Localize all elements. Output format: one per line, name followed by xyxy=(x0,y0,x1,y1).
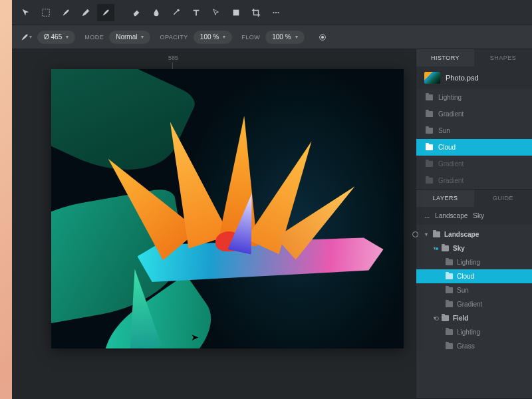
layer-item[interactable]: Lighting xyxy=(416,325,532,339)
mode-value: Normal xyxy=(116,33,137,41)
pointer-tool-icon[interactable] xyxy=(207,4,225,21)
svg-point-2 xyxy=(273,11,274,13)
tree-node-dot-icon xyxy=(435,317,439,321)
folder-icon xyxy=(426,144,433,150)
history-item[interactable]: Gradient xyxy=(416,156,532,172)
folder-icon xyxy=(446,301,453,307)
main-toolbar xyxy=(12,0,532,25)
history-list: Lighting Gradient Sun Cloud Gradient Gra… xyxy=(416,89,532,189)
layer-tree: ▾Landscape ▾Sky Lighting Cloud Sun Gradi… xyxy=(416,225,532,356)
svg-point-4 xyxy=(277,11,279,13)
work-area: 585 ➤ HISTORY SHAPES Photo.psd xyxy=(12,49,532,399)
flow-control[interactable]: 100 %▾ xyxy=(265,31,304,44)
paint-tool-icon[interactable] xyxy=(97,4,114,21)
ruler-mark: 585 xyxy=(168,55,178,61)
folder-icon xyxy=(433,231,440,237)
folder-icon xyxy=(426,128,433,134)
folder-icon xyxy=(446,287,453,293)
breadcrumb-root[interactable]: ... xyxy=(424,212,430,219)
eraser-tool-icon[interactable] xyxy=(128,4,145,21)
layer-group-field[interactable]: ▾Field xyxy=(416,311,532,325)
breadcrumb-part[interactable]: Sky xyxy=(473,212,484,219)
tab-guide[interactable]: GUIDE xyxy=(474,190,532,207)
eyedropper-tool-icon[interactable] xyxy=(168,4,185,21)
history-panel: HISTORY SHAPES Photo.psd Lighting Gradie… xyxy=(416,49,532,190)
tree-node-dot-icon xyxy=(435,247,439,251)
app-window: ▾ Ø 465▾ MODE Normal▾ OPACITY 100 %▾ FLO… xyxy=(12,0,532,399)
folder-icon xyxy=(426,94,433,100)
layer-breadcrumb[interactable]: ... Landscape Sky xyxy=(416,207,532,225)
folder-icon xyxy=(442,315,449,321)
folder-icon xyxy=(426,178,433,184)
layer-item[interactable]: Lighting xyxy=(416,255,532,269)
flow-label: FLOW xyxy=(241,34,260,41)
folder-icon xyxy=(446,329,453,335)
file-thumbnail-icon xyxy=(424,72,440,84)
folder-icon xyxy=(446,343,453,349)
svg-rect-0 xyxy=(43,9,50,16)
opacity-label: OPACITY xyxy=(160,34,188,41)
layer-group-landscape[interactable]: ▾Landscape xyxy=(416,227,532,241)
history-item[interactable]: Gradient xyxy=(416,106,532,122)
more-tools-icon[interactable] xyxy=(267,4,285,21)
layer-item[interactable]: Gradient xyxy=(416,297,532,311)
document-canvas[interactable]: ➤ xyxy=(51,69,404,348)
side-panels: HISTORY SHAPES Photo.psd Lighting Gradie… xyxy=(416,49,532,399)
breadcrumb-part[interactable]: Landscape xyxy=(435,212,467,219)
history-item[interactable]: Sun xyxy=(416,122,532,139)
file-name: Photo.psd xyxy=(446,74,479,82)
airbrush-toggle-icon[interactable] xyxy=(314,29,331,46)
tab-history[interactable]: HISTORY xyxy=(416,49,474,66)
folder-icon xyxy=(426,111,433,117)
move-tool-icon[interactable] xyxy=(17,4,35,21)
layer-item[interactable]: Sun xyxy=(416,283,532,297)
history-tabs: HISTORY SHAPES xyxy=(416,49,532,66)
opacity-control[interactable]: 100 %▾ xyxy=(194,31,232,44)
layer-group-sky[interactable]: ▾Sky xyxy=(416,241,532,255)
history-file-header[interactable]: Photo.psd xyxy=(416,66,532,89)
brush-size-control[interactable]: Ø 465▾ xyxy=(37,31,75,44)
brush-preset-icon[interactable]: ▾ xyxy=(17,29,35,46)
tab-shapes[interactable]: SHAPES xyxy=(474,49,532,66)
pencil-tool-icon[interactable] xyxy=(77,4,94,21)
canvas-viewport[interactable]: 585 ➤ xyxy=(12,49,416,399)
brush-tool-icon[interactable] xyxy=(57,4,74,21)
visibility-icon[interactable] xyxy=(412,231,418,237)
folder-icon xyxy=(446,259,453,265)
svg-rect-1 xyxy=(233,9,239,15)
cursor-icon: ➤ xyxy=(191,332,199,342)
history-item-active[interactable]: Cloud xyxy=(416,139,532,156)
marquee-tool-icon[interactable] xyxy=(37,4,55,21)
history-item[interactable]: Lighting xyxy=(416,89,532,106)
brush-size-value: Ø 465 xyxy=(44,33,62,41)
mode-label: MODE xyxy=(84,34,104,41)
opacity-value: 100 % xyxy=(200,33,219,41)
text-tool-icon[interactable] xyxy=(188,4,205,21)
options-bar: ▾ Ø 465▾ MODE Normal▾ OPACITY 100 %▾ FLO… xyxy=(12,25,532,49)
mode-select[interactable]: Normal▾ xyxy=(109,31,150,44)
blur-tool-icon[interactable] xyxy=(148,4,165,21)
layers-tabs: LAYERS GUIDE xyxy=(416,190,532,207)
folder-icon xyxy=(446,273,453,279)
flow-value: 100 % xyxy=(272,33,291,41)
collapse-icon[interactable]: ▾ xyxy=(424,232,429,237)
layer-item[interactable]: Grass xyxy=(416,339,532,353)
crop-tool-icon[interactable] xyxy=(247,4,265,21)
svg-point-6 xyxy=(321,36,324,39)
history-item[interactable]: Gradient xyxy=(416,172,532,189)
shape-tool-icon[interactable] xyxy=(227,4,245,21)
tab-layers[interactable]: LAYERS xyxy=(416,190,474,207)
layer-item-selected[interactable]: Cloud xyxy=(416,269,532,283)
svg-point-3 xyxy=(275,11,277,13)
folder-icon xyxy=(442,245,449,251)
folder-icon xyxy=(426,161,433,167)
layers-panel: LAYERS GUIDE ... Landscape Sky ▾Landscap… xyxy=(416,190,532,399)
